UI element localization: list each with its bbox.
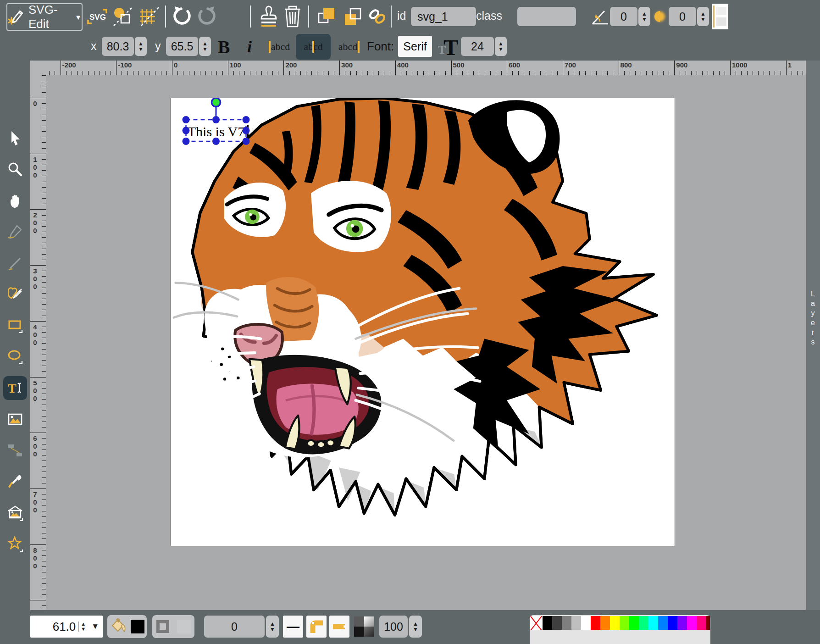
x-spinner[interactable]: ▲ ▼ [135,37,147,56]
left-ruler: 0100200300400500600700800 [30,75,46,610]
opacity-spinner[interactable]: ▲ ▼ [409,616,422,638]
palette-swatch-ff7f00[interactable] [600,616,610,630]
tool-eyedropper[interactable] [3,470,27,494]
palette-swatch-none[interactable] [530,616,543,630]
spinner-down-icon[interactable]: ▼ [642,17,647,22]
palette-swatch-ffffff[interactable] [581,616,591,630]
spinner-down-icon[interactable]: ▼ [700,17,706,22]
tool-image[interactable] [3,407,27,431]
background-accent-bar [713,6,715,28]
stroke-linecap-button[interactable] [329,616,349,638]
stroke-width-input[interactable]: 0 [204,616,265,638]
stroke-linejoin-button[interactable] [306,616,327,638]
id-label: id [397,9,406,22]
y-spinner[interactable]: ▲ ▼ [199,37,211,56]
palette-swatch-ffff00[interactable] [610,616,620,630]
stroke-dash-button[interactable]: — [283,616,303,638]
tool-ellipse[interactable] [3,345,27,369]
palette-swatch-ff007f[interactable] [697,616,706,630]
tool-text[interactable]: T [3,376,27,400]
spinner-down-icon[interactable]: ▼ [498,46,504,52]
move-to-top-button[interactable] [316,6,338,28]
logo-pencil-icon [7,6,26,28]
ruler-label: 500 [453,61,465,69]
ruler-label: 400 [32,323,39,346]
source-editor-button[interactable]: SVG [86,6,108,27]
class-input[interactable] [517,7,576,26]
fill-color-swatch[interactable] [131,620,144,633]
tool-zoom[interactable] [3,158,27,182]
palette-swatch-007fff[interactable] [658,616,668,630]
font-size-input[interactable]: 24 [461,37,494,56]
tool-shape-library[interactable] [3,501,27,525]
palette-swatch-3f3f3f[interactable] [552,616,562,630]
stroke-width-spinner[interactable]: ▲ ▼ [266,616,279,638]
undo-button[interactable] [171,6,193,28]
anchor-start-caret-icon [269,41,271,53]
zoom-widget[interactable]: 61.0 ▲ ▼ ▼ [30,616,103,638]
tool-star[interactable] [3,532,27,556]
background-swatch [716,17,726,26]
zoom-spinner[interactable]: ▲ ▼ [78,622,88,632]
blur-spinner[interactable]: ▲ ▼ [697,7,709,26]
palette-swatch-7fff00[interactable] [620,616,629,630]
id-input[interactable]: svg_1 [411,7,476,26]
main-menu-button[interactable]: SVG-Edit ▼ [6,3,83,31]
bold-button[interactable]: B [212,35,236,59]
angle-spinner[interactable]: ▲ ▼ [638,7,650,26]
spinner-down-icon[interactable]: ▼ [202,46,208,52]
zoom-input[interactable]: 61.0 [30,620,78,634]
palette-swatch-7f00ff[interactable] [677,616,687,630]
palette-swatch-7f0000[interactable] [706,616,710,630]
workspace[interactable]: This is V7 [46,75,806,610]
layers-panel-toggle[interactable]: Layers [806,61,820,610]
spinner-down-icon[interactable]: ▼ [138,46,144,52]
tool-line[interactable] [3,251,27,275]
stroke-color-swatch[interactable] [177,620,191,633]
text-anchor-start-button[interactable]: abcd [266,36,293,58]
svg-edit-app: SVG-Edit ▼ SVG [0,0,820,644]
zoom-dropdown-icon[interactable]: ▼ [88,622,103,631]
font-family-button[interactable]: Serif [398,36,432,57]
ruler-label: 100 [230,61,241,69]
redo-button[interactable] [196,6,218,28]
canvas[interactable]: This is V7 [171,98,675,546]
ruler-label: 300 [341,61,353,69]
palette-swatch-bfbfbf[interactable] [571,616,581,630]
tool-select[interactable] [3,127,27,150]
delete-button[interactable] [283,5,303,28]
palette-swatch-7f7f7f[interactable] [562,616,571,630]
text-anchor-middle-button[interactable]: abcd [296,34,331,60]
palette-swatch-00ff00[interactable] [629,616,639,630]
canvas-text-element[interactable]: This is V7 [187,124,245,139]
tool-connector[interactable] [3,439,27,462]
palette-swatch-00ffff[interactable] [648,616,658,630]
ruler-label: 400 [397,61,409,69]
link-button[interactable] [367,6,388,27]
move-to-bottom-button[interactable] [341,6,364,28]
grid-snap-button[interactable] [138,6,161,28]
italic-button[interactable]: i [239,35,260,59]
toolbar-separator [165,6,166,28]
palette-swatch-ff0000[interactable] [591,616,600,630]
palette-swatch-00ff7f[interactable] [639,616,648,630]
y-input[interactable]: 65.5 [166,37,198,56]
angle-input[interactable]: 0 [610,7,637,26]
blur-input[interactable]: 0 [669,7,696,26]
wireframe-button[interactable] [111,6,135,28]
anchor-start-sample: abcd [271,41,290,53]
canvas-background-button[interactable] [712,4,728,29]
tool-pan[interactable] [3,189,27,213]
tool-pencil[interactable] [3,220,27,244]
opacity-input[interactable]: 100 [379,616,408,638]
tool-rectangle[interactable] [3,314,27,338]
tiger-drawing[interactable] [171,98,675,546]
palette-swatch-ff00ff[interactable] [687,616,697,630]
palette-swatch-000000[interactable] [543,616,552,630]
x-input[interactable]: 80.3 [102,37,134,56]
font-size-spinner[interactable]: ▲ ▼ [495,37,507,56]
palette-swatch-0000ff[interactable] [668,616,677,630]
text-anchor-end-button[interactable]: abcd [336,36,362,58]
tool-path[interactable] [3,283,27,306]
clone-stamp-button[interactable] [257,5,280,28]
